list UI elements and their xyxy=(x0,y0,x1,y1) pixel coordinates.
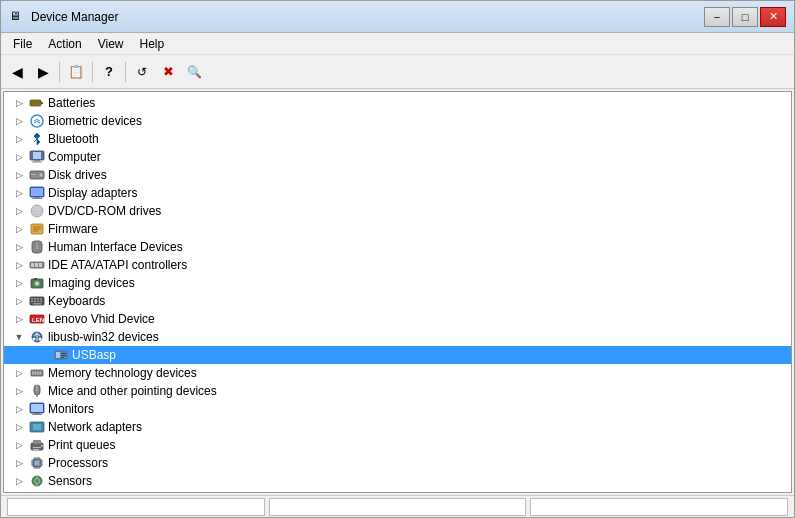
menu-view[interactable]: View xyxy=(90,35,132,53)
tree-item-sensors[interactable]: ▷ Sensors xyxy=(4,472,791,490)
label-imaging: Imaging devices xyxy=(48,276,135,290)
svg-rect-11 xyxy=(31,188,43,196)
expand-display[interactable]: ▷ xyxy=(12,186,26,200)
tree-item-disk[interactable]: ▷ Disk drives xyxy=(4,166,791,184)
expand-print-queues[interactable]: ▷ xyxy=(12,438,26,452)
expand-biometric[interactable]: ▷ xyxy=(12,114,26,128)
svg-rect-33 xyxy=(31,298,33,300)
expand-libusb[interactable]: ▼ xyxy=(12,330,26,344)
window-title: Device Manager xyxy=(31,10,118,24)
icon-biometric xyxy=(29,113,45,129)
label-biometric: Biometric devices xyxy=(48,114,142,128)
icon-keyboards xyxy=(29,293,45,309)
back-button[interactable]: ◀ xyxy=(5,60,29,84)
label-bluetooth: Bluetooth xyxy=(48,132,99,146)
scan-hardware-button[interactable]: 🔍 xyxy=(182,60,206,84)
label-ide: IDE ATA/ATAPI controllers xyxy=(48,258,187,272)
svg-point-45 xyxy=(33,338,36,341)
expand-hid[interactable]: ▷ xyxy=(12,240,26,254)
icon-dvd xyxy=(29,203,45,219)
tree-item-bluetooth[interactable]: ▷ Bluetooth xyxy=(4,130,791,148)
tree-item-imaging[interactable]: ▷ Imaging devices xyxy=(4,274,791,292)
tree-item-processors[interactable]: ▷ Processors xyxy=(4,454,791,472)
label-display: Display adapters xyxy=(48,186,137,200)
tree-item-firmware[interactable]: ▷ Firmware xyxy=(4,220,791,238)
status-bar xyxy=(1,495,794,517)
forward-button[interactable]: ▶ xyxy=(31,60,55,84)
svg-rect-73 xyxy=(41,445,43,447)
tree-item-print-queues[interactable]: ▷ Print queues xyxy=(4,436,791,454)
label-print-queues: Print queues xyxy=(48,438,115,452)
status-panel-3 xyxy=(530,498,788,516)
icon-disk xyxy=(29,167,45,183)
tree-item-network[interactable]: ▷ Network adapters xyxy=(4,418,791,436)
svg-rect-55 xyxy=(37,372,39,375)
label-monitors: Monitors xyxy=(48,402,94,416)
tree-item-batteries[interactable]: ▷ Batteries xyxy=(4,94,791,112)
tree-item-usbasp[interactable]: ▷ USBasp xyxy=(4,346,791,364)
icon-print-queues xyxy=(29,437,45,453)
svg-rect-71 xyxy=(33,447,41,448)
icon-bluetooth xyxy=(29,131,45,147)
svg-point-60 xyxy=(36,395,38,397)
expand-firmware[interactable]: ▷ xyxy=(12,222,26,236)
label-libusb: libusb-win32 devices xyxy=(48,330,159,344)
tree-item-biometric[interactable]: ▷ Biometric devices xyxy=(4,112,791,130)
icon-computer xyxy=(29,149,45,165)
tree-item-ide[interactable]: ▷ IDE ATA/ATAPI controllers xyxy=(4,256,791,274)
expand-bluetooth[interactable]: ▷ xyxy=(12,132,26,146)
svg-rect-12 xyxy=(34,197,40,198)
tree-item-libusb[interactable]: ▼ libusb-win32 devices xyxy=(4,328,791,346)
icon-firmware xyxy=(29,221,45,237)
minimize-button[interactable]: − xyxy=(704,7,730,27)
tree-item-monitors[interactable]: ▷ Monitors xyxy=(4,400,791,418)
expand-monitors[interactable]: ▷ xyxy=(12,402,26,416)
menu-bar: File Action View Help xyxy=(1,33,794,55)
maximize-button[interactable]: □ xyxy=(732,7,758,27)
properties-button[interactable]: 📋 xyxy=(64,60,88,84)
expand-imaging[interactable]: ▷ xyxy=(12,276,26,290)
menu-file[interactable]: File xyxy=(5,35,40,53)
expand-disk[interactable]: ▷ xyxy=(12,168,26,182)
tree-item-memory[interactable]: ▷ Memory technology devices xyxy=(4,364,791,382)
svg-rect-13 xyxy=(32,198,42,199)
tree-item-computer[interactable]: ▷ Computer xyxy=(4,148,791,166)
label-hid: Human Interface Devices xyxy=(48,240,183,254)
expand-network[interactable]: ▷ xyxy=(12,420,26,434)
svg-rect-1 xyxy=(41,102,43,104)
label-memory: Memory technology devices xyxy=(48,366,197,380)
icon-mice xyxy=(29,383,45,399)
close-button[interactable]: ✕ xyxy=(760,7,786,27)
expand-ide[interactable]: ▷ xyxy=(12,258,26,272)
tree-item-dvd[interactable]: ▷ DVD/CD-ROM drives xyxy=(4,202,791,220)
tree-item-display[interactable]: ▷ Display adapters xyxy=(4,184,791,202)
expand-memory[interactable]: ▷ xyxy=(12,366,26,380)
svg-rect-62 xyxy=(31,404,43,412)
device-manager-window: 🖥 Device Manager − □ ✕ File Action View … xyxy=(0,0,795,518)
tree-item-keyboards[interactable]: ▷ Keyboards xyxy=(4,292,791,310)
expand-processors[interactable]: ▷ xyxy=(12,456,26,470)
expand-lenovo[interactable]: ▷ xyxy=(12,312,26,326)
uninstall-button[interactable]: ✖ xyxy=(156,60,180,84)
menu-help[interactable]: Help xyxy=(132,35,173,53)
expand-batteries[interactable]: ▷ xyxy=(12,96,26,110)
tree-view[interactable]: ▷ Batteries ▷ Biometric devices ▷ xyxy=(4,92,791,492)
help-button[interactable]: ? xyxy=(97,60,121,84)
svg-point-30 xyxy=(36,282,39,285)
svg-rect-56 xyxy=(40,372,42,375)
svg-rect-63 xyxy=(34,413,40,414)
expand-computer[interactable]: ▷ xyxy=(12,150,26,164)
expand-keyboards[interactable]: ▷ xyxy=(12,294,26,308)
tree-item-mice[interactable]: ▷ Mice and other pointing devices xyxy=(4,382,791,400)
expand-dvd[interactable]: ▷ xyxy=(12,204,26,218)
tree-item-lenovo[interactable]: ▷ LENOVO Lenovo Vhid Device xyxy=(4,310,791,328)
update-driver-button[interactable]: ↺ xyxy=(130,60,154,84)
label-firmware: Firmware xyxy=(48,222,98,236)
icon-memory xyxy=(29,365,45,381)
expand-sensors[interactable]: ▷ xyxy=(12,474,26,488)
tree-item-hid[interactable]: ▷ Human Interface Devices xyxy=(4,238,791,256)
menu-action[interactable]: Action xyxy=(40,35,89,53)
svg-rect-31 xyxy=(34,278,37,280)
title-controls: − □ ✕ xyxy=(704,7,786,27)
expand-mice[interactable]: ▷ xyxy=(12,384,26,398)
